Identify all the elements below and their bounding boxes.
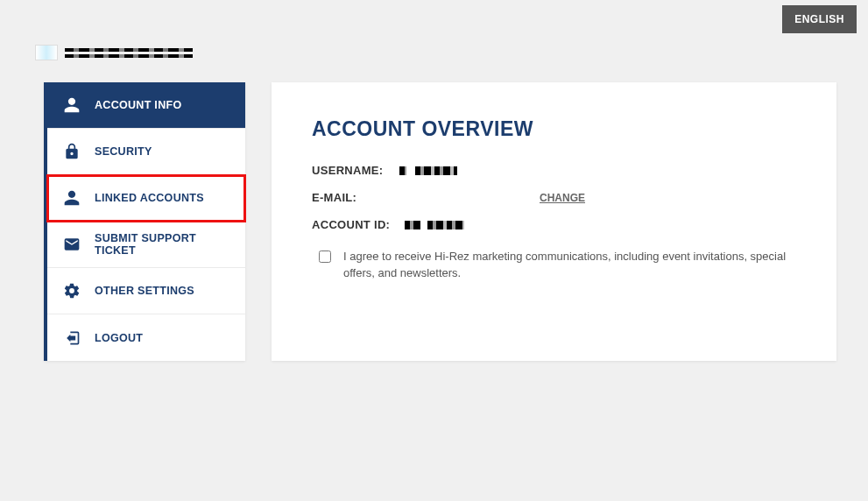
sidebar-item-label: SECURITY xyxy=(95,145,152,158)
user-icon xyxy=(63,96,81,114)
logo-mark xyxy=(35,45,58,60)
username-row: USERNAME: xyxy=(312,164,796,177)
sidebar: ACCOUNT INFO SECURITY LINKED ACCOUNTS SU… xyxy=(44,82,245,361)
sidebar-item-logout[interactable]: LOGOUT xyxy=(47,314,245,361)
sidebar-item-label: LOGOUT xyxy=(95,332,143,344)
accountid-row: ACCOUNT ID: xyxy=(312,218,796,231)
lock-icon xyxy=(63,143,81,160)
user-icon xyxy=(63,189,81,207)
accountid-label: ACCOUNT ID: xyxy=(312,218,399,231)
username-value xyxy=(399,166,540,176)
marketing-consent-text: I agree to receive Hi-Rez marketing comm… xyxy=(343,249,790,282)
email-label: E-MAIL: xyxy=(312,191,399,204)
sidebar-item-label: SUBMIT SUPPORT TICKET xyxy=(95,232,229,257)
sidebar-item-linked-accounts[interactable]: LINKED ACCOUNTS xyxy=(47,175,245,222)
panel-title: ACCOUNT OVERVIEW xyxy=(312,117,796,141)
sidebar-item-security[interactable]: SECURITY xyxy=(47,129,245,175)
language-button[interactable]: ENGLISH xyxy=(782,5,857,33)
marketing-consent-checkbox[interactable] xyxy=(319,250,331,263)
logo xyxy=(35,44,193,61)
marketing-consent-row: I agree to receive Hi-Rez marketing comm… xyxy=(312,249,796,282)
username-label: USERNAME: xyxy=(312,164,399,177)
sidebar-item-label: OTHER SETTINGS xyxy=(95,285,194,297)
accountid-value xyxy=(399,220,540,230)
sidebar-item-support-ticket[interactable]: SUBMIT SUPPORT TICKET xyxy=(47,222,245,268)
sidebar-item-label: ACCOUNT INFO xyxy=(95,99,181,111)
change-email-link[interactable]: CHANGE xyxy=(540,192,585,204)
account-overview-panel: ACCOUNT OVERVIEW USERNAME: E-MAIL: CHANG… xyxy=(272,82,836,361)
email-row: E-MAIL: CHANGE xyxy=(312,191,796,204)
sidebar-item-label: LINKED ACCOUNTS xyxy=(95,192,204,204)
sidebar-item-account-info[interactable]: ACCOUNT INFO xyxy=(47,82,245,129)
gear-icon xyxy=(63,282,81,300)
mail-icon xyxy=(63,236,81,253)
sidebar-item-other-settings[interactable]: OTHER SETTINGS xyxy=(47,268,245,314)
logout-icon xyxy=(63,329,81,347)
logo-text-redacted xyxy=(65,48,193,58)
